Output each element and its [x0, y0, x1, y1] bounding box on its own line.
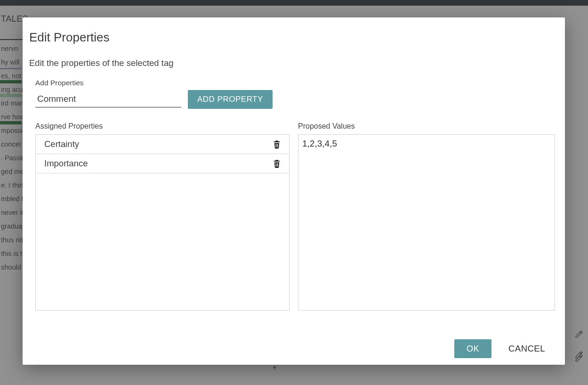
- proposed-values-box: [298, 134, 555, 311]
- assigned-properties-list[interactable]: Certainty Importance: [35, 134, 290, 311]
- add-property-input[interactable]: [35, 92, 181, 107]
- properties-columns: Assigned Properties Certainty Importance: [29, 122, 558, 331]
- proposed-values-input[interactable]: [302, 138, 551, 307]
- property-name: Importance: [44, 158, 88, 169]
- dialog-subtitle: Edit the properties of the selected tag: [29, 58, 558, 68]
- ok-button[interactable]: OK: [454, 339, 491, 358]
- assigned-properties-column: Assigned Properties Certainty Importance: [35, 122, 290, 331]
- cancel-button[interactable]: CANCEL: [507, 339, 547, 358]
- assigned-properties-header: Assigned Properties: [35, 122, 290, 131]
- delete-icon[interactable]: [272, 139, 282, 149]
- add-properties-row: ADD PROPERTY: [29, 90, 558, 109]
- add-property-button[interactable]: ADD PROPERTY: [188, 90, 273, 109]
- proposed-values-header: Proposed Values: [298, 122, 555, 131]
- delete-icon[interactable]: [272, 158, 282, 169]
- property-row[interactable]: Importance: [36, 154, 289, 173]
- dialog-footer: OK CANCEL: [29, 331, 558, 358]
- dialog-title: Edit Properties: [29, 30, 558, 45]
- proposed-values-column: Proposed Values: [298, 122, 555, 331]
- property-row[interactable]: Certainty: [36, 135, 289, 154]
- add-properties-section: Add Properties ADD PROPERTY: [29, 79, 558, 109]
- edit-properties-dialog: Edit Properties Edit the properties of t…: [23, 17, 565, 365]
- add-properties-label: Add Properties: [29, 79, 558, 87]
- property-name: Certainty: [44, 139, 79, 149]
